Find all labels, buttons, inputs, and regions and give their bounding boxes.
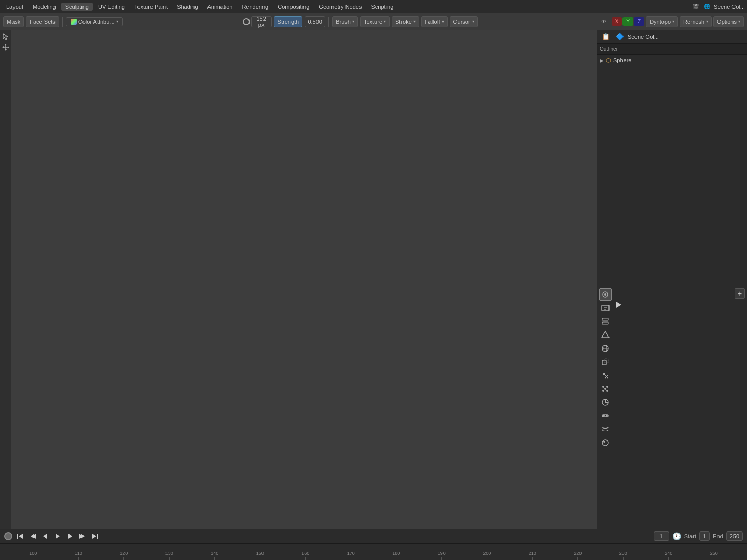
constraints-properties-icon[interactable] xyxy=(599,410,612,422)
menu-animation[interactable]: Animation xyxy=(203,3,237,11)
physics-properties-icon[interactable] xyxy=(599,396,612,409)
ruler-tick-230: 230 xyxy=(601,551,646,560)
prev-keyframe-button[interactable] xyxy=(28,531,37,541)
scene-collection-icon[interactable]: 🔷 xyxy=(614,31,626,43)
stroke-button[interactable]: Stroke ▾ xyxy=(392,16,419,27)
z-axis-button[interactable]: Z xyxy=(634,17,644,26)
brush-button[interactable]: Brush ▾ xyxy=(332,16,358,27)
color-attribute-button[interactable]: Color Attribu... ▾ xyxy=(66,17,123,26)
tick-line xyxy=(668,557,669,560)
menu-layout[interactable]: Layout xyxy=(2,3,27,11)
svg-marker-50 xyxy=(56,534,60,539)
material-properties-icon[interactable] xyxy=(599,437,612,449)
svg-point-34 xyxy=(602,390,604,392)
svg-marker-49 xyxy=(43,534,47,539)
ruler-tick-200: 200 xyxy=(464,551,510,560)
properties-area: + xyxy=(597,286,747,529)
outliner-title: Outliner xyxy=(600,46,618,52)
menu-compositing[interactable]: Compositing xyxy=(273,3,313,11)
right-header-row: 📋 🔷 Scene Col... xyxy=(597,30,747,44)
play-button[interactable] xyxy=(53,531,62,541)
mask-button[interactable]: Mask xyxy=(3,16,24,27)
color-attr-dropdown-icon: ▾ xyxy=(116,19,118,24)
move-tool[interactable] xyxy=(1,43,10,52)
modifier-properties-icon[interactable] xyxy=(599,369,612,382)
face-sets-button[interactable]: Face Sets xyxy=(26,16,59,27)
sphere-expand-icon: ▶ xyxy=(600,58,604,63)
tick-line xyxy=(441,557,442,560)
svg-marker-26 xyxy=(602,331,609,338)
px-value[interactable]: 152 px xyxy=(251,16,272,27)
view-layer-icon[interactable]: 📋 xyxy=(600,31,612,43)
properties-content: + xyxy=(613,286,747,529)
scene-properties-icon[interactable] xyxy=(599,329,612,341)
timeline-controls: 1 🕐 Start 1 End 250 xyxy=(0,529,747,544)
world-icon[interactable]: 🌐 xyxy=(702,2,712,11)
falloff-button[interactable]: Falloff ▾ xyxy=(421,16,448,27)
particles-properties-icon[interactable] xyxy=(599,383,612,395)
end-frame-input[interactable]: 250 xyxy=(726,531,743,541)
start-label: Start xyxy=(684,533,696,539)
record-button[interactable] xyxy=(4,532,12,540)
jump-to-start-button[interactable] xyxy=(16,531,25,541)
add-color-attribute-button[interactable]: + xyxy=(735,288,745,299)
brush-size-icon xyxy=(243,18,250,25)
separator-2 xyxy=(328,17,329,27)
start-frame-input[interactable]: 1 xyxy=(699,531,710,541)
ruler-tick-140: 140 xyxy=(192,551,238,560)
menu-texture-paint[interactable]: Texture Paint xyxy=(130,3,172,11)
ruler-tick-150: 150 xyxy=(238,551,283,560)
render-properties-icon[interactable] xyxy=(599,288,612,301)
texture-button[interactable]: Texture ▾ xyxy=(360,16,390,27)
view-layer-properties-icon[interactable] xyxy=(599,315,612,328)
svg-point-42 xyxy=(606,415,608,417)
cursor-tool[interactable] xyxy=(1,32,10,41)
separator-1 xyxy=(62,17,63,27)
y-axis-button[interactable]: Y xyxy=(622,17,633,26)
color-swatch xyxy=(71,19,77,25)
current-frame-display[interactable]: 1 xyxy=(654,531,669,541)
outliner-sphere-item[interactable]: ▶ ⬡ Sphere xyxy=(597,55,747,65)
left-toolbar xyxy=(0,30,11,529)
scene-icon[interactable]: 🎬 xyxy=(691,2,700,11)
object-properties-icon[interactable] xyxy=(599,356,612,368)
output-properties-icon[interactable] xyxy=(599,302,612,314)
content-row: Viewport Shading Overlay xyxy=(0,30,747,529)
view-icon[interactable]: 👁 xyxy=(598,16,610,28)
scene-col-label: Scene Col... xyxy=(714,4,745,10)
svg-marker-2 xyxy=(5,44,7,45)
menu-scripting[interactable]: Scripting xyxy=(367,3,397,11)
next-frame-button[interactable] xyxy=(65,531,75,541)
options-button[interactable]: Options ▾ xyxy=(713,16,744,27)
play-animation-icon[interactable] xyxy=(616,302,621,308)
svg-point-32 xyxy=(602,386,604,388)
remesh-button[interactable]: Remesh ▾ xyxy=(680,16,712,27)
world-properties-icon[interactable] xyxy=(599,342,612,355)
menu-sculpting[interactable]: Sculpting xyxy=(61,3,93,11)
menu-modeling[interactable]: Modeling xyxy=(29,3,60,11)
tick-line xyxy=(487,557,487,560)
ruler-track: 100 110 120 130 xyxy=(0,544,747,560)
x-axis-button[interactable]: X xyxy=(612,17,622,26)
data-properties-icon[interactable] xyxy=(599,423,612,436)
menu-uv-editing[interactable]: UV Editing xyxy=(94,3,129,11)
next-keyframe-button[interactable] xyxy=(78,531,87,541)
texture-dropdown-icon: ▾ xyxy=(384,19,386,24)
tick-line xyxy=(78,557,79,560)
dyntopo-button[interactable]: Dyntopo ▾ xyxy=(646,16,678,27)
svg-rect-24 xyxy=(602,318,608,320)
ruler-tick-210: 210 xyxy=(510,551,556,560)
menu-shading[interactable]: Shading xyxy=(173,3,202,11)
menu-geometry-nodes[interactable]: Geometry Nodes xyxy=(314,3,366,11)
strength-button[interactable]: Strength xyxy=(274,16,303,27)
svg-point-36 xyxy=(604,388,606,390)
tick-line xyxy=(260,557,260,560)
jump-to-end-button[interactable] xyxy=(90,531,100,541)
ruler-tick-160: 160 xyxy=(283,551,328,560)
tick-line xyxy=(351,557,351,560)
strength-value[interactable]: 0.500 xyxy=(305,16,325,27)
cursor-button[interactable]: Cursor ▾ xyxy=(450,16,478,27)
timeline: 1 🕐 Start 1 End 250 100 110 xyxy=(0,529,747,560)
menu-rendering[interactable]: Rendering xyxy=(238,3,272,11)
prev-frame-button[interactable] xyxy=(40,531,50,541)
